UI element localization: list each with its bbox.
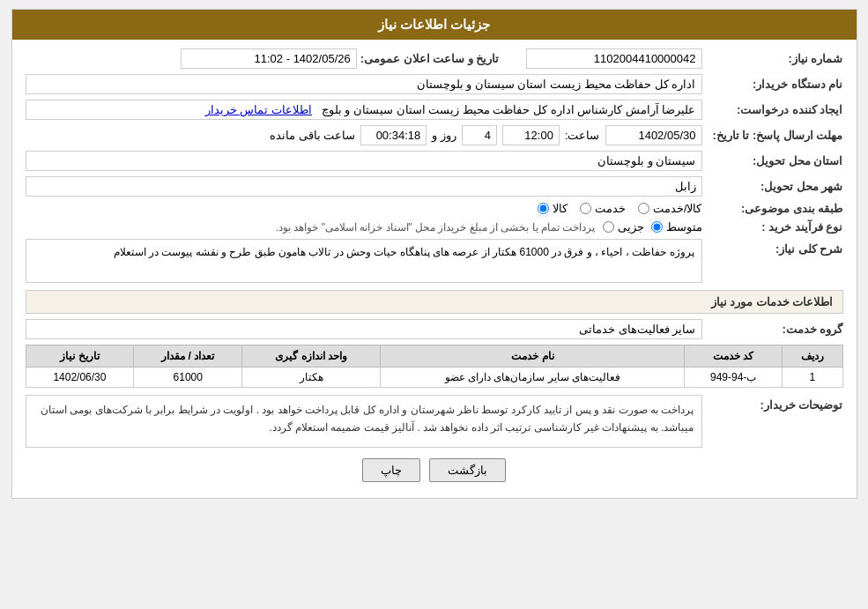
print-button[interactable]: چاپ (362, 458, 420, 482)
row-order-number: شماره نیاز: 1102004410000042 تاریخ و ساع… (26, 48, 843, 69)
creator-label: ایجاد کننده درخواست: (702, 103, 843, 116)
col-unit: واحد اندازه گیری (242, 345, 381, 368)
row-buyer-org: نام دستگاه خریدار: اداره کل حفاظت محیط ز… (26, 74, 843, 94)
row-province: استان محل تحویل: سیستان و بلوچستان (26, 151, 843, 171)
row-description: شرح کلی نیاز: پروژه حفاظت ، احیاء ، و فر… (26, 239, 843, 283)
announce-date-label: تاریخ و ساعت اعلان عمومی: (357, 52, 500, 65)
process-note: پرداخت تمام یا بخشی از مبلغ خریداز محل "… (26, 221, 596, 234)
cell-row: 1 (782, 368, 842, 388)
row-category: طبقه بندی موضوعی: کالا/خدمت خدمت کالا (26, 202, 843, 215)
process-option-medium[interactable]: متوسط (651, 220, 702, 234)
cell-code: ب-94-949 (685, 368, 783, 388)
order-number-value: 1102004410000042 (526, 48, 702, 69)
remaining-time: 00:34:18 (360, 125, 427, 145)
content-area: شماره نیاز: 1102004410000042 تاریخ و ساع… (12, 40, 857, 498)
row-deadline: مهلت ارسال پاسخ: تا تاریخ: 1402/05/30 سا… (26, 125, 843, 145)
process-label: نوع فرآیند خرید : (702, 220, 843, 234)
page-title: جزئیات اطلاعات نیاز (378, 17, 490, 32)
table-row: 1ب-94-949فعالیت‌های سایر سازمان‌های دارا… (26, 368, 842, 388)
category-option-service[interactable]: خدمت (580, 202, 626, 215)
col-code: کد خدمت (685, 345, 783, 368)
service-group-label: گروه خدمت: (702, 323, 843, 336)
creator-value: علیرضا آرامش کارشناس اداره کل حفاظت محیط… (26, 100, 702, 120)
col-row: ردیف (782, 345, 842, 368)
order-number-label: شماره نیاز: (702, 52, 843, 65)
button-row: بازگشت چاپ (26, 458, 843, 482)
services-table: ردیف کد خدمت نام خدمت واحد اندازه گیری ت… (26, 345, 843, 388)
buyer-org-label: نام دستگاه خریدار: (702, 78, 843, 91)
service-group-value: سایر فعالیت‌های خدماتی (26, 319, 702, 339)
province-label: استان محل تحویل: (702, 154, 843, 167)
city-value: زابل (26, 176, 702, 197)
row-buyer-notes: توضیحات خریدار: پرداخت به صورت نقد و پس … (26, 395, 843, 448)
deadline-time-group: 1402/05/30 ساعت: 12:00 4 روز و 00:34:18 … (26, 125, 702, 145)
process-row-group: متوسط جزیی پرداخت تمام یا بخشی از مبلغ خ… (26, 220, 702, 234)
buyer-notes-value: پرداخت به صورت نقد و پس از تایید کارکرد … (26, 395, 702, 448)
deadline-days: 4 (462, 125, 497, 145)
cell-date: 1402/06/30 (26, 368, 134, 388)
row-service-group: گروه خدمت: سایر فعالیت‌های خدماتی (26, 319, 843, 339)
deadline-time-label: ساعت: (565, 129, 600, 142)
buyer-notes-label: توضیحات خریدار: (702, 395, 843, 412)
category-label: طبقه بندی موضوعی: (702, 202, 843, 215)
services-section-header: اطلاعات خدمات مورد نیاز (26, 290, 843, 314)
main-container: جزئیات اطلاعات نیاز شماره نیاز: 11020044… (11, 9, 857, 499)
description-label: شرح کلی نیاز: (702, 239, 843, 256)
table-header-row: ردیف کد خدمت نام خدمت واحد اندازه گیری ت… (26, 345, 842, 368)
process-option-minor[interactable]: جزیی (603, 220, 644, 234)
buyer-org-value: اداره کل حفاظت محیط زیست استان سیستان و … (26, 74, 702, 94)
row-process: نوع فرآیند خرید : متوسط جزیی پرداخت تمام… (26, 220, 843, 234)
deadline-label: مهلت ارسال پاسخ: تا تاریخ: (702, 129, 843, 142)
col-quantity: تعداد / مقدار (134, 345, 242, 368)
deadline-time: 12:00 (502, 125, 560, 145)
city-label: شهر محل تحویل: (702, 180, 843, 193)
row-city: شهر محل تحویل: زابل (26, 176, 843, 197)
page-header: جزئیات اطلاعات نیاز (12, 10, 857, 40)
cell-unit: هکتار (242, 368, 381, 388)
col-name: نام خدمت (381, 345, 685, 368)
col-date: تاریخ نیاز (26, 345, 134, 368)
category-radio-group: کالا/خدمت خدمت کالا (26, 202, 702, 215)
cell-name: فعالیت‌های سایر سازمان‌های دارای عضو (381, 368, 685, 388)
remaining-label: ساعت باقی مانده (270, 129, 355, 142)
announce-date-value: 1402/05/26 - 11:02 (181, 48, 357, 69)
deadline-days-label: روز و (432, 129, 456, 142)
back-button[interactable]: بازگشت (429, 458, 506, 482)
category-option-goods-services[interactable]: کالا/خدمت (638, 202, 702, 215)
description-value: پروژه حفاظت ، احیاء ، و فرق در 61000 هکت… (26, 239, 702, 283)
province-value: سیستان و بلوچستان (26, 151, 702, 171)
row-creator: ایجاد کننده درخواست: علیرضا آرامش کارشنا… (26, 100, 843, 120)
cell-quantity: 61000 (134, 368, 242, 388)
creator-link[interactable]: اطلاعات تماس خریدار (205, 103, 312, 116)
category-option-goods[interactable]: کالا (538, 202, 568, 215)
deadline-date: 1402/05/30 (605, 125, 702, 145)
